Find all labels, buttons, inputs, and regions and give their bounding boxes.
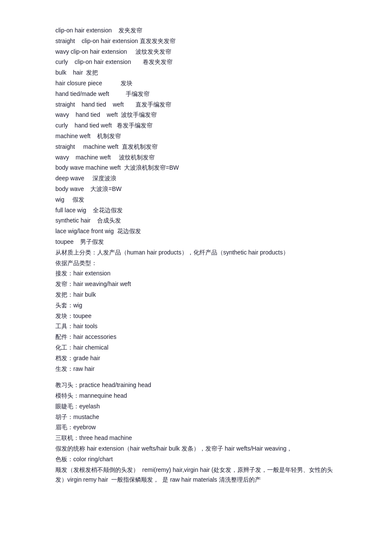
line-30: 配件：hair accessories: [55, 332, 337, 342]
line-41: 色板：color ring/chart: [55, 454, 337, 465]
line-29: 工具：hair tools: [55, 321, 337, 332]
line-18: full lace wig 全花边假发: [55, 205, 337, 216]
spacer: [55, 374, 337, 380]
line-42: 顺发（发根发梢不颠倒的头发） remi(remy) hair,virgin ha…: [55, 465, 337, 486]
line-36: 眼睫毛：eyelash: [55, 402, 337, 412]
line-05: bulk hair 发把: [55, 68, 337, 78]
line-31: 化工：hair chemical: [55, 343, 337, 353]
line-09: wavy hand tied weft 波纹手编发帘: [55, 110, 337, 120]
line-03: wavy clip-on hair extension 波纹发夹发帘: [55, 47, 337, 57]
main-content: clip-on hair extension 发夹发帘straight clip…: [55, 26, 337, 485]
line-02: straight clip-on hair extension 直发发夹发帘: [55, 36, 337, 46]
line-23: 依据产品类型：: [55, 258, 337, 269]
line-16: body wave 大波浪=BW: [55, 184, 337, 194]
line-25: 发帘：hair weaving/hair weft: [55, 279, 337, 289]
line-24: 接发：hair extension: [55, 269, 337, 279]
line-27: 头套：wig: [55, 301, 337, 311]
line-34: 教习头：practice head/training head: [55, 380, 337, 390]
line-38: 眉毛：eyebrow: [55, 422, 337, 433]
line-01: clip-on hair extension 发夹发帘: [55, 26, 337, 36]
line-19: synthetic hair 合成头发: [55, 216, 337, 226]
line-08: straight hand tied weft 直发手编发帘: [55, 100, 337, 110]
line-33: 生发：raw hair: [55, 364, 337, 374]
line-11: machine weft 机制发帘: [55, 131, 337, 142]
line-04: curly clip-on hair extension 卷发夹发帘: [55, 57, 337, 67]
line-17: wig 假发: [55, 195, 337, 205]
line-14: body wave machine weft 大波浪机制发帘=BW: [55, 163, 337, 173]
line-06: hair closure piece 发块: [55, 78, 337, 89]
line-35: 模特头：mannequine head: [55, 391, 337, 401]
line-20: lace wig/lace front wig 花边假发: [55, 226, 337, 237]
line-28: 发块：toupee: [55, 311, 337, 321]
line-22: 从材质上分类：人发产品（human hair products），化纤产品（sy…: [55, 248, 337, 258]
line-39: 三联机：three head machine: [55, 433, 337, 443]
line-12: straight machine weft 直发机制发帘: [55, 142, 337, 152]
line-32: 档发：grade hair: [55, 353, 337, 364]
line-37: 胡子：mustache: [55, 412, 337, 422]
line-15: deep wave 深度波浪: [55, 173, 337, 184]
line-26: 发把：hair bulk: [55, 290, 337, 300]
line-40: 假发的统称 hair extension（hair wefts/hair bul…: [55, 444, 337, 454]
line-13: wavy machine weft 波纹机制发帘: [55, 153, 337, 163]
line-10: curly hand tied weft 卷发手编发帘: [55, 121, 337, 131]
line-21: toupee 男子假发: [55, 237, 337, 247]
line-07: hand tied/made weft 手编发帘: [55, 89, 337, 99]
